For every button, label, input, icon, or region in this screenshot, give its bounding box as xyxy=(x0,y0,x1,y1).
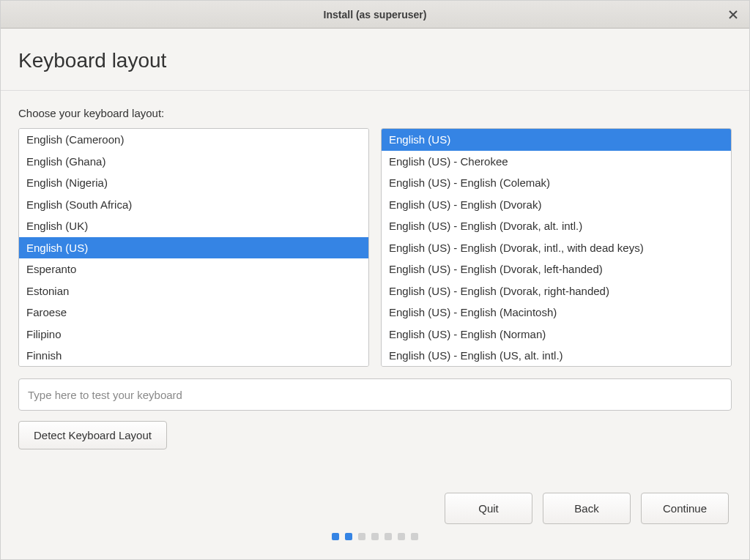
variant-item[interactable]: English (US) xyxy=(382,129,731,151)
variant-item[interactable]: English (US) - English (Dvorak) xyxy=(382,194,731,216)
layout-item[interactable]: Esperanto xyxy=(19,258,368,280)
variant-item[interactable]: English (US) - English (US, alt. intl.) xyxy=(382,345,731,367)
titlebar: Install (as superuser) xyxy=(1,1,749,29)
nav-buttons: Quit Back Continue xyxy=(18,493,732,524)
variant-item[interactable]: English (US) - English (Dvorak, alt. int… xyxy=(382,215,731,237)
layout-item[interactable]: English (South Africa) xyxy=(19,194,368,216)
close-icon[interactable] xyxy=(726,7,740,22)
detect-row: Detect Keyboard Layout xyxy=(18,421,732,449)
layout-item[interactable]: Finnish xyxy=(19,345,368,367)
keyboard-variant-list[interactable]: English (US)English (US) - CherokeeEngli… xyxy=(381,128,732,367)
page-title: Keyboard layout xyxy=(18,49,732,72)
variant-item[interactable]: English (US) - English (Colemak) xyxy=(382,172,731,194)
layout-item[interactable]: English (US) xyxy=(19,237,368,259)
pager-dot[interactable] xyxy=(332,533,339,540)
continue-button[interactable]: Continue xyxy=(641,493,729,524)
layout-item[interactable]: English (Cameroon) xyxy=(19,129,368,151)
layout-lists-row: English (Cameroon)English (Ghana)English… xyxy=(18,128,732,367)
layout-item[interactable]: Estonian xyxy=(19,280,368,302)
layout-item[interactable]: English (UK) xyxy=(19,215,368,237)
pager-dot[interactable] xyxy=(398,533,405,540)
variant-item[interactable]: English (US) - English (Dvorak, intl., w… xyxy=(382,237,731,259)
content-area: Keyboard layout Choose your keyboard lay… xyxy=(1,29,749,559)
variant-item[interactable]: English (US) - English (Norman) xyxy=(382,324,731,346)
layout-item[interactable]: Faroese xyxy=(19,302,368,324)
variant-item[interactable]: English (US) - English (Dvorak, left-han… xyxy=(382,258,731,280)
divider xyxy=(1,90,749,91)
pager-dot[interactable] xyxy=(411,533,418,540)
window-title: Install (as superuser) xyxy=(324,9,427,20)
variant-item[interactable]: English (US) - Cherokee xyxy=(382,151,731,173)
keyboard-test-input[interactable] xyxy=(18,378,732,411)
installer-window: Install (as superuser) Keyboard layout C… xyxy=(0,0,750,560)
layout-item[interactable]: English (Nigeria) xyxy=(19,172,368,194)
choose-layout-label: Choose your keyboard layout: xyxy=(18,107,732,119)
pager-dot[interactable] xyxy=(345,533,352,540)
keyboard-layout-list[interactable]: English (Cameroon)English (Ghana)English… xyxy=(18,128,369,367)
step-pager xyxy=(18,524,732,546)
pager-dot[interactable] xyxy=(371,533,379,540)
layout-item[interactable]: Filipino xyxy=(19,324,368,346)
variant-item[interactable]: English (US) - English (Dvorak, right-ha… xyxy=(382,280,731,302)
back-button[interactable]: Back xyxy=(543,493,631,524)
pager-dot[interactable] xyxy=(358,533,365,540)
variant-item[interactable]: English (US) - English (Macintosh) xyxy=(382,302,731,324)
quit-button[interactable]: Quit xyxy=(445,493,532,524)
pager-dot[interactable] xyxy=(385,533,392,540)
layout-item[interactable]: English (Ghana) xyxy=(19,151,368,173)
detect-keyboard-button[interactable]: Detect Keyboard Layout xyxy=(18,421,167,449)
